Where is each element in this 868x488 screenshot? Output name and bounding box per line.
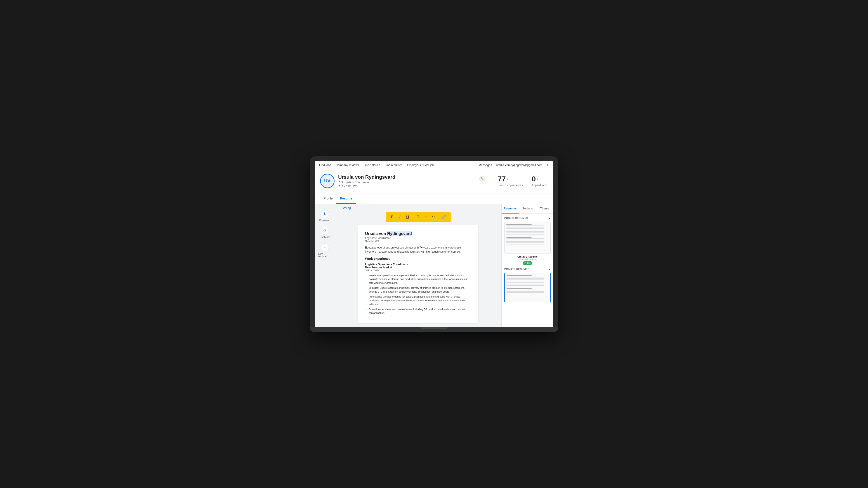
text-format-button-2[interactable]: T bbox=[423, 214, 429, 221]
resume-summary: Educated operations project coordinator … bbox=[365, 246, 471, 254]
nav-find-jobs[interactable]: Find jobs bbox=[319, 163, 331, 167]
applied-jobs-stat: 0 ℹ Applied jobs bbox=[532, 175, 547, 187]
download-icon: ⬇ bbox=[321, 210, 329, 218]
resume-editor-area: Saving... B i U T T “” 🔗 Ursula von R bbox=[335, 204, 501, 327]
briefcase-icon: 📍 bbox=[338, 181, 341, 184]
laptop-frame: Find jobs Company reviews Find salaries … bbox=[310, 156, 558, 332]
resume-work-section-title: Work experience bbox=[365, 257, 471, 261]
quote-button[interactable]: “” bbox=[430, 214, 437, 221]
public-resume-name: Ursula's Resume bbox=[504, 255, 551, 258]
edit-profile-button[interactable]: ✏️ bbox=[479, 175, 485, 182]
right-panel: Resumes Settings Theme PUBLIC RESUMES ▲ bbox=[501, 204, 553, 327]
underline-button[interactable]: U bbox=[404, 214, 411, 221]
public-resumes-label: PUBLIC RESUMES bbox=[504, 217, 528, 219]
public-badge: Public bbox=[523, 261, 532, 265]
right-panel-tabs: Resumes Settings Theme bbox=[502, 204, 553, 214]
nav-user-email[interactable]: ursula-von-rydingsvard@gmail.com bbox=[496, 163, 542, 167]
resume-bullet-4: Operations: Address and resolve issues i… bbox=[369, 307, 471, 315]
text-format-button-1[interactable]: T bbox=[415, 214, 422, 221]
private-resume-thumbnail[interactable] bbox=[504, 273, 551, 302]
tab-resume[interactable]: Resume bbox=[336, 193, 356, 204]
private-resumes-section-header: PRIVATE RESUMES ▲ bbox=[504, 267, 551, 271]
resume-bullet-2: Logistics: Ensure accurate and timely de… bbox=[369, 286, 471, 293]
resume-company-name: New Seasons Market bbox=[365, 266, 471, 269]
avatar: UV bbox=[320, 174, 335, 188]
resume-document[interactable]: Ursula von Rydingsvard Logistics Coordin… bbox=[358, 225, 478, 323]
duplicate-icon: ⧉ bbox=[321, 227, 329, 235]
nav-right-area: Messages ursula-von-rydingsvard@gmail.co… bbox=[478, 163, 549, 167]
resume-job-dates: 2011 to 2014 bbox=[365, 269, 471, 272]
left-sidebar: ⬇ Download ⧉ Duplicate + New resume bbox=[315, 204, 335, 327]
profile-details: Ursula von Rydingsvard 📍 Logistics Coord… bbox=[338, 174, 395, 188]
right-tab-settings[interactable]: Settings bbox=[519, 204, 536, 214]
italic-button[interactable]: i bbox=[397, 214, 403, 221]
duplicate-button[interactable]: ⧉ Duplicate bbox=[318, 225, 331, 240]
resume-bullets-list: Warehouse operations management: Perform… bbox=[365, 273, 471, 315]
nav-find-salaries[interactable]: Find salaries bbox=[364, 163, 380, 167]
search-appearances-stat: 77 ℹ Search appearances bbox=[498, 175, 523, 187]
toolbar-divider-2 bbox=[439, 215, 439, 219]
resume-job-title: Logistics Coordinator bbox=[365, 236, 471, 240]
public-resume-thumbnail[interactable] bbox=[504, 222, 551, 254]
chevron-down-icon[interactable]: ▼ bbox=[546, 164, 549, 166]
nav-messages[interactable]: Messages bbox=[478, 163, 492, 167]
nav-employers[interactable]: Employers / Post job bbox=[407, 163, 434, 167]
add-icon: + bbox=[321, 243, 329, 252]
top-navigation: Find jobs Company reviews Find salaries … bbox=[315, 161, 553, 169]
main-tabs: Profile Resume bbox=[315, 193, 553, 204]
stats-area: 77 ℹ Search appearances 0 ℹ Applied jobs bbox=[491, 169, 553, 193]
new-resume-button[interactable]: + New resume bbox=[317, 242, 333, 259]
laptop-screen: Find jobs Company reviews Find salaries … bbox=[315, 161, 553, 327]
resume-bullet-3: Purchasing: Manage ordering for bakery, … bbox=[369, 295, 471, 306]
private-resumes-label: PRIVATE RESUMES bbox=[504, 268, 529, 270]
right-panel-content: PUBLIC RESUMES ▲ bbox=[502, 214, 553, 307]
right-tab-theme[interactable]: Theme bbox=[536, 204, 553, 214]
profile-job-title: 📍 Logistics Coordinator bbox=[338, 181, 395, 184]
applied-jobs-info-icon[interactable]: ℹ bbox=[537, 177, 538, 181]
download-button[interactable]: ⬇ Download bbox=[318, 208, 332, 223]
profile-name: Ursula von Rydingsvard bbox=[338, 174, 395, 180]
resume-full-name: Ursula von Rydingsvard bbox=[365, 231, 471, 236]
bold-button[interactable]: B bbox=[389, 214, 396, 221]
resume-position-title: Logistics Operations Coordinator bbox=[365, 263, 471, 266]
public-resumes-collapse-icon[interactable]: ▲ bbox=[548, 217, 551, 220]
nav-company-reviews[interactable]: Company reviews bbox=[336, 163, 359, 167]
saving-status: Saving... bbox=[342, 206, 353, 210]
private-resumes-collapse-icon[interactable]: ▲ bbox=[548, 267, 551, 271]
profile-header: UV Ursula von Rydingsvard 📍 Logistics Co… bbox=[315, 169, 553, 193]
laptop-base bbox=[310, 327, 558, 332]
public-resume-date: Last saved 1 day ago bbox=[504, 258, 551, 260]
location-icon: 📍 bbox=[338, 185, 341, 188]
profile-location: 📍 Seattle, WA bbox=[338, 184, 395, 188]
link-button[interactable]: 🔗 bbox=[441, 214, 447, 221]
resume-bullet-1: Warehouse operations management: Perform… bbox=[369, 273, 471, 285]
public-resumes-section-header: PUBLIC RESUMES ▲ bbox=[504, 217, 551, 220]
profile-info-area: UV Ursula von Rydingsvard 📍 Logistics Co… bbox=[315, 169, 491, 193]
nav-links: Find jobs Company reviews Find salaries … bbox=[319, 163, 434, 167]
tab-profile[interactable]: Profile bbox=[320, 193, 336, 204]
resume-location: Seattle, WA bbox=[365, 240, 471, 243]
search-appearances-info-icon[interactable]: ℹ bbox=[507, 177, 508, 181]
formatting-toolbar: B i U T T “” 🔗 bbox=[385, 212, 451, 222]
toolbar-divider-1 bbox=[413, 215, 413, 219]
right-tab-resumes[interactable]: Resumes bbox=[502, 204, 519, 214]
main-content-area: ⬇ Download ⧉ Duplicate + New resume Savi… bbox=[315, 204, 553, 327]
nav-find-resumes[interactable]: Find resumes bbox=[385, 163, 403, 167]
